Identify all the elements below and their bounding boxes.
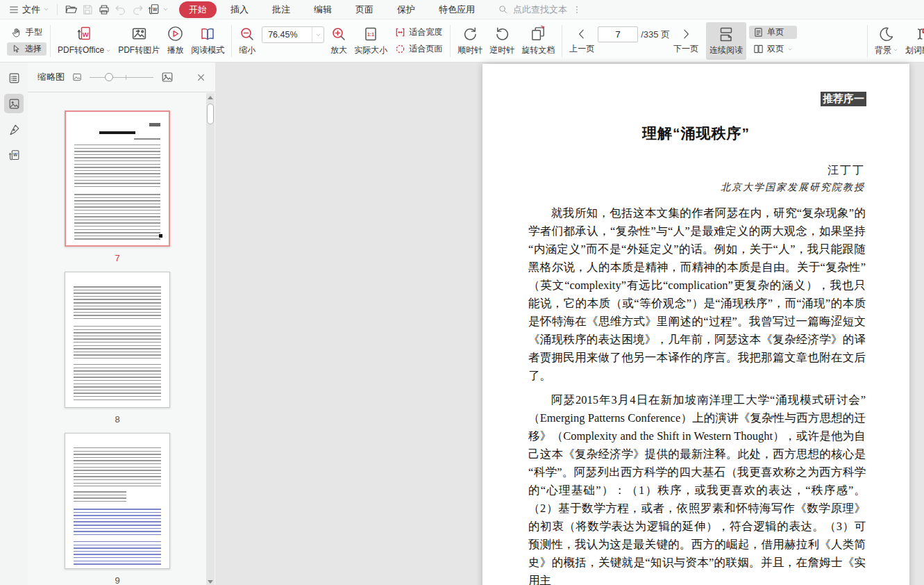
single-page-button[interactable]: 单页 bbox=[749, 26, 797, 39]
zoom-combobox-caret[interactable] bbox=[312, 27, 324, 42]
rotate-document-label: 旋转文档 bbox=[521, 44, 555, 56]
background-button[interactable]: 背景 bbox=[871, 22, 902, 60]
play-button[interactable]: 播放 bbox=[163, 22, 187, 60]
continuous-reading-button[interactable]: 连续阅读 bbox=[706, 22, 746, 60]
play-label: 播放 bbox=[167, 44, 184, 56]
zoom-out-icon bbox=[239, 26, 255, 42]
more-vertical-icon[interactable] bbox=[572, 5, 582, 15]
thumbnail-item[interactable]: 7 bbox=[65, 110, 170, 263]
fit-width-label: 适合宽度 bbox=[409, 26, 442, 38]
rotate-clockwise-label: 顺时针 bbox=[457, 44, 482, 56]
annotations-panel-button[interactable] bbox=[4, 120, 24, 139]
chevron-down-icon bbox=[787, 47, 793, 52]
save-icon bbox=[81, 3, 94, 16]
print-button[interactable] bbox=[96, 2, 112, 17]
scroll-up-arrow[interactable] bbox=[208, 96, 213, 99]
previous-page-button[interactable]: 上一页 bbox=[566, 22, 598, 60]
fit-page-icon bbox=[395, 44, 405, 54]
single-page-icon bbox=[753, 27, 764, 38]
fit-width-button[interactable]: 适合宽度 bbox=[391, 26, 446, 39]
thumbnails-icon bbox=[8, 97, 21, 110]
actual-size-label: 实际大小 bbox=[354, 44, 387, 56]
rotate-document-button[interactable]: 旋转文档 bbox=[518, 22, 558, 60]
doc-convert-icon: W bbox=[8, 149, 21, 162]
divider bbox=[867, 25, 868, 57]
tab-annotate[interactable]: 批注 bbox=[262, 1, 300, 18]
svg-text:W: W bbox=[153, 7, 158, 12]
file-menu-button[interactable]: 文件 bbox=[6, 2, 52, 17]
read-mode-button[interactable]: 阅读模式 bbox=[187, 22, 228, 60]
thumbnail-preview[interactable] bbox=[65, 110, 170, 247]
open-file-button[interactable] bbox=[62, 2, 79, 17]
hamburger-icon bbox=[8, 4, 19, 15]
divider bbox=[50, 25, 51, 57]
thumbnails-panel-button[interactable] bbox=[4, 94, 24, 113]
pdf-to-image-icon bbox=[131, 25, 148, 42]
thumbnail-size-slider[interactable] bbox=[90, 72, 153, 82]
pdf-to-office-button[interactable]: W PDF转Office bbox=[54, 22, 115, 60]
thumbnail-panel-header: 缩略图 bbox=[28, 63, 215, 92]
zoom-in-icon bbox=[330, 26, 347, 42]
tab-insert[interactable]: 插入 bbox=[221, 1, 258, 18]
chevron-down-icon bbox=[162, 6, 169, 13]
tab-edit[interactable]: 编辑 bbox=[304, 1, 342, 18]
pdf-reader-app: 文件 W 开始 插入 批注 编辑 页面 保护 特色应用 bbox=[0, 0, 924, 585]
next-page-button[interactable]: 下一页 bbox=[670, 22, 702, 60]
read-mode-label: 阅读模式 bbox=[191, 44, 224, 56]
tab-home[interactable]: 开始 bbox=[179, 1, 217, 18]
select-tool-button[interactable]: 选择 bbox=[7, 42, 47, 56]
small-thumbnail-icon[interactable] bbox=[72, 72, 82, 82]
thumbnail-page-number: 8 bbox=[115, 414, 119, 425]
undo-button[interactable] bbox=[112, 2, 129, 17]
redo-icon bbox=[131, 3, 144, 16]
fit-page-button[interactable]: 适合页面 bbox=[391, 42, 446, 56]
rotate-clockwise-button[interactable]: 顺时针 bbox=[454, 22, 486, 60]
thumbnail-preview[interactable] bbox=[65, 272, 170, 408]
scroll-down-arrow[interactable] bbox=[208, 580, 213, 584]
search-icon bbox=[498, 4, 508, 15]
zoom-level-combobox[interactable]: 76.45% bbox=[262, 26, 324, 43]
page-number-input[interactable] bbox=[598, 26, 638, 42]
pdf-to-image-button[interactable]: PDF转图片 bbox=[115, 22, 163, 60]
document-viewer[interactable]: 推荐序一 理解“涌现秩序” 汪丁丁 北京大学国家发展研究院教授 就我所知，包括这… bbox=[215, 63, 924, 585]
thumbnail-item[interactable]: 9 bbox=[65, 433, 170, 585]
outline-icon bbox=[8, 72, 21, 85]
divider bbox=[562, 25, 562, 57]
redo-button[interactable] bbox=[129, 2, 146, 17]
search-box[interactable]: 点此查找文本 bbox=[498, 3, 582, 16]
thumbnail-scrollbar[interactable] bbox=[206, 93, 215, 585]
zoom-in-button[interactable]: 放大 bbox=[327, 22, 351, 60]
large-thumbnail-icon[interactable] bbox=[161, 71, 174, 83]
rotate-counterclockwise-button[interactable]: 逆时针 bbox=[486, 22, 518, 60]
zoom-out-label: 缩小 bbox=[239, 44, 255, 56]
export-word-button[interactable]: W bbox=[146, 2, 170, 17]
slider-knob[interactable] bbox=[105, 73, 113, 81]
zoom-out-button[interactable]: 缩小 bbox=[235, 22, 259, 60]
thumbnail-preview[interactable] bbox=[65, 433, 170, 569]
double-page-button[interactable]: 双页 bbox=[749, 42, 797, 56]
tab-special-apps[interactable]: 特色应用 bbox=[429, 1, 485, 18]
tab-page[interactable]: 页面 bbox=[346, 1, 383, 18]
word-translate-button[interactable]: 划词翻译 bbox=[902, 22, 924, 60]
rotate-counterclockwise-icon bbox=[494, 25, 511, 42]
close-icon bbox=[196, 73, 205, 82]
divider bbox=[231, 25, 232, 57]
pdf-to-office-icon: W bbox=[76, 25, 93, 42]
pdf-page[interactable]: 推荐序一 理解“涌现秩序” 汪丁丁 北京大学国家发展研究院教授 就我所知，包括这… bbox=[482, 64, 909, 585]
actual-size-button[interactable]: 1:1 实际大小 bbox=[351, 22, 391, 60]
outline-panel-button[interactable] bbox=[4, 68, 24, 88]
save-button[interactable] bbox=[79, 2, 96, 17]
hand-tool-button[interactable]: 手型 bbox=[7, 26, 47, 39]
paragraph: 阿瑟2015年3月4日在新加坡南洋理工大学“涌现模式研讨会”（Emerging … bbox=[528, 391, 866, 585]
double-page-icon bbox=[753, 44, 764, 54]
pdf-to-office-label: PDF转Office bbox=[58, 44, 104, 56]
tab-protect[interactable]: 保护 bbox=[387, 1, 425, 18]
next-page-label: 下一页 bbox=[673, 43, 698, 55]
thumbnail-item[interactable]: 8 bbox=[65, 272, 170, 425]
content-area: W 缩略图 bbox=[0, 63, 924, 585]
background-label: 背景 bbox=[875, 44, 891, 56]
thumbnail-list: 7 8 9 bbox=[28, 92, 215, 585]
scrollbar-thumb[interactable] bbox=[207, 104, 214, 124]
convert-panel-button[interactable]: W bbox=[4, 145, 24, 165]
close-panel-button[interactable] bbox=[196, 73, 205, 82]
